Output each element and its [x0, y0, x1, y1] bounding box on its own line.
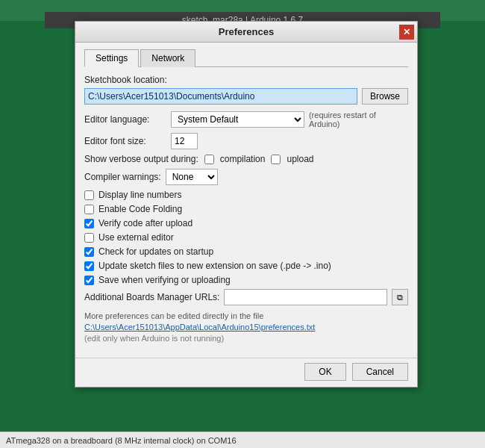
- cancel-button[interactable]: Cancel: [352, 363, 408, 381]
- display-line-checkbox[interactable]: [84, 190, 94, 200]
- verbose-row: Show verbose output during: compilation …: [84, 154, 408, 164]
- save-verifying-label: Save when verifying or uploading: [98, 275, 231, 285]
- boards-urls-input[interactable]: [224, 289, 387, 305]
- update-sketch-label: Update sketch files to new extension on …: [98, 261, 331, 271]
- checkbox-save-verifying: Save when verifying or uploading: [84, 275, 408, 285]
- external-editor-checkbox[interactable]: [84, 233, 94, 243]
- sketchbook-row: Browse: [84, 88, 408, 105]
- dialog-body: Settings Network Sketchbook location: Br…: [75, 43, 417, 358]
- verbose-upload-checkbox[interactable]: [271, 155, 281, 164]
- boards-urls-label: Additional Boards Manager URLs:: [84, 292, 219, 302]
- check-updates-checkbox[interactable]: [84, 247, 94, 257]
- checkbox-external-editor: Use external editor: [84, 232, 408, 243]
- status-text: ATmega328 on a breadboard (8 MHz interna…: [6, 436, 237, 445]
- sketchbook-input[interactable]: [84, 88, 357, 105]
- edit-note: (edit only when Arduino is not running): [84, 334, 408, 343]
- more-prefs-text: More preferences can be edited directly …: [84, 311, 408, 320]
- verbose-compilation-label: compilation: [220, 154, 266, 164]
- checkbox-code-folding: Enable Code Folding: [84, 204, 408, 214]
- tabs-container: Settings Network: [84, 49, 408, 67]
- browse-button[interactable]: Browse: [362, 88, 408, 105]
- compiler-warnings-label: Compiler warnings:: [84, 172, 161, 182]
- editor-font-label: Editor font size:: [84, 136, 166, 146]
- editor-language-select[interactable]: System Default: [171, 111, 304, 128]
- editor-language-label: Editor language:: [84, 114, 166, 125]
- editor-language-row: Editor language: System Default (require…: [84, 111, 408, 128]
- verify-code-label: Verify code after upload: [98, 218, 193, 228]
- code-folding-label: Enable Code Folding: [98, 204, 182, 214]
- preferences-dialog: Preferences ✕ Settings Network Sketchboo…: [75, 21, 418, 388]
- pref-path-link[interactable]: C:\Users\Acer151013\AppData\Local\Arduin…: [84, 323, 408, 332]
- compiler-warnings-select[interactable]: None: [166, 169, 218, 185]
- tab-network[interactable]: Network: [140, 49, 195, 67]
- sketchbook-label: Sketchbook location:: [84, 75, 408, 85]
- editor-font-input[interactable]: [171, 133, 198, 149]
- checkbox-display-line: Display line numbers: [84, 190, 408, 200]
- save-verifying-checkbox[interactable]: [84, 276, 94, 285]
- dialog-titlebar: Preferences ✕: [75, 22, 417, 43]
- language-hint: (requires restart of Arduino): [309, 111, 408, 128]
- external-editor-label: Use external editor: [98, 232, 174, 243]
- url-icon-button[interactable]: ⧉: [392, 289, 408, 305]
- ok-button[interactable]: OK: [304, 363, 345, 381]
- verbose-compilation-checkbox[interactable]: [204, 155, 214, 164]
- checkboxes-container: Display line numbers Enable Code Folding…: [84, 190, 408, 285]
- status-bar: ATmega328 on a breadboard (8 MHz interna…: [0, 432, 485, 448]
- verbose-upload-label: upload: [287, 154, 313, 164]
- compiler-warnings-row: Compiler warnings: None: [84, 169, 408, 185]
- verify-code-checkbox[interactable]: [84, 219, 94, 228]
- checkbox-check-updates: Check for updates on startup: [84, 246, 408, 257]
- code-folding-checkbox[interactable]: [84, 205, 94, 214]
- dialog-title: Preferences: [219, 26, 274, 37]
- boards-urls-row: Additional Boards Manager URLs: ⧉: [84, 289, 408, 305]
- dialog-footer: OK Cancel: [75, 358, 417, 387]
- check-updates-label: Check for updates on startup: [98, 246, 213, 257]
- update-sketch-checkbox[interactable]: [84, 261, 94, 271]
- checkbox-verify-code: Verify code after upload: [84, 218, 408, 228]
- tab-settings[interactable]: Settings: [84, 49, 139, 67]
- checkbox-update-sketch: Update sketch files to new extension on …: [84, 261, 408, 271]
- editor-font-row: Editor font size:: [84, 133, 408, 149]
- display-line-label: Display line numbers: [98, 190, 181, 200]
- verbose-label: Show verbose output during:: [84, 154, 198, 164]
- close-button[interactable]: ✕: [399, 25, 414, 40]
